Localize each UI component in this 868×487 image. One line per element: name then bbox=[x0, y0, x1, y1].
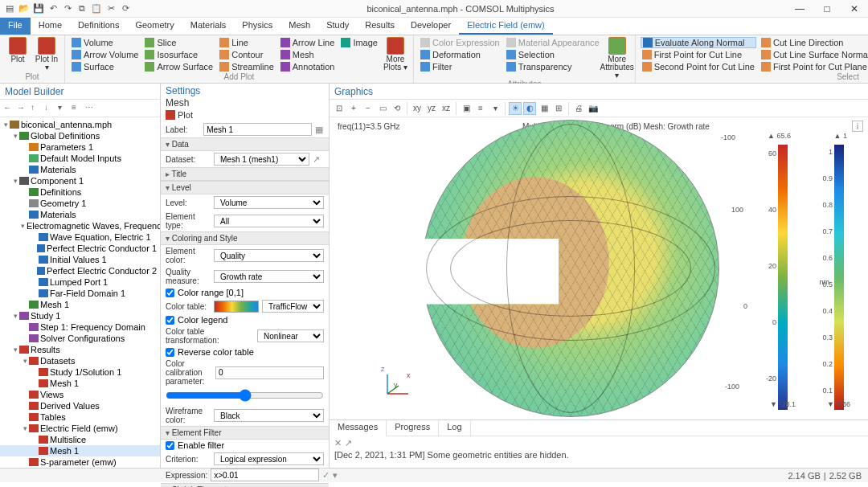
deformation-button[interactable]: Deformation bbox=[419, 49, 502, 60]
wirecolor-select[interactable]: Black bbox=[214, 409, 324, 422]
tree-node[interactable]: Mesh 1 bbox=[0, 445, 160, 456]
yz-view-icon[interactable]: yz bbox=[425, 102, 438, 115]
tab-progress[interactable]: Progress bbox=[387, 420, 439, 436]
enable-filter-checkbox[interactable] bbox=[166, 441, 174, 450]
dataset-goto-icon[interactable]: ↗ bbox=[313, 154, 324, 165]
reverse-ctable-checkbox[interactable] bbox=[166, 348, 174, 357]
tree-node[interactable]: Initial Values 1 bbox=[0, 254, 160, 265]
tree-node[interactable]: Tables bbox=[0, 411, 160, 423]
tree-node[interactable]: Lumped Port 1 bbox=[0, 276, 160, 288]
color-legend-checkbox[interactable] bbox=[166, 316, 174, 325]
rotate-icon[interactable]: ⟲ bbox=[391, 102, 403, 115]
arrow-line-button[interactable]: Arrow Line bbox=[279, 37, 337, 48]
dataset-select[interactable]: Mesh 1 (mesh1) bbox=[214, 153, 309, 166]
label-toggle-icon[interactable]: ▦ bbox=[315, 125, 324, 135]
print-icon[interactable]: 🖨 bbox=[572, 102, 585, 115]
selection-button[interactable]: Selection bbox=[505, 49, 601, 60]
mesh-button[interactable]: Mesh bbox=[279, 49, 337, 60]
evaluate-along-normal-button[interactable]: Evaluate Along Normal bbox=[641, 37, 756, 48]
tab-messages[interactable]: Messages bbox=[330, 420, 387, 436]
arrow-surface-button[interactable]: Arrow Surface bbox=[143, 61, 215, 72]
scene-light-icon[interactable]: ☀ bbox=[509, 102, 522, 115]
tab-mesh[interactable]: Mesh bbox=[280, 18, 318, 35]
qmeasure-select[interactable]: Growth rate bbox=[214, 270, 324, 283]
more-attributes-button[interactable]: More Attributes ▾ bbox=[604, 37, 630, 80]
first-point-cut-plane-normal-button[interactable]: First Point for Cut Plane Normal bbox=[760, 61, 868, 72]
model-tree[interactable]: ▾biconical_antenna.mph▾Global Definition… bbox=[0, 117, 160, 468]
tab-log[interactable]: Log bbox=[439, 420, 470, 436]
tree-node[interactable]: Parameters 1 bbox=[0, 141, 160, 153]
surface-button[interactable]: Surface bbox=[70, 61, 140, 72]
zoom-in-icon[interactable]: + bbox=[347, 102, 360, 115]
qat-file-icon[interactable]: ▤ bbox=[3, 2, 16, 15]
plot-button[interactable]: Plot bbox=[5, 37, 31, 63]
qat-open-icon[interactable]: 📂 bbox=[18, 2, 31, 15]
tree-node[interactable]: ▾Global Definitions bbox=[0, 130, 160, 141]
tree-node[interactable]: Solver Configurations bbox=[0, 333, 160, 344]
msg-goto-icon[interactable]: ↗ bbox=[345, 438, 352, 448]
tab-geometry[interactable]: Geometry bbox=[127, 18, 182, 35]
tree-node[interactable]: Mesh 1 bbox=[0, 378, 160, 389]
tree-node[interactable]: Multislice bbox=[0, 434, 160, 445]
close-button[interactable]: ✕ bbox=[844, 1, 865, 17]
tree-node[interactable]: Wave Equation, Electric 1 bbox=[0, 231, 160, 243]
tab-study[interactable]: Study bbox=[318, 18, 357, 35]
tree-node[interactable]: Views bbox=[0, 389, 160, 400]
qat-refresh-icon[interactable]: ⟳ bbox=[119, 2, 132, 15]
tree-node[interactable]: ▾Results bbox=[0, 344, 160, 355]
section-coloring[interactable]: Coloring and Style bbox=[161, 231, 329, 245]
settings-plot-button[interactable]: Plot bbox=[166, 110, 324, 120]
tab-home[interactable]: Home bbox=[31, 18, 70, 35]
mb-expand-icon[interactable]: ▾ bbox=[58, 103, 69, 114]
zoom-extents-icon[interactable]: ⊡ bbox=[333, 102, 346, 115]
section-level[interactable]: Level bbox=[161, 181, 329, 194]
minimize-button[interactable]: — bbox=[789, 1, 810, 17]
annotation-button[interactable]: Annotation bbox=[279, 61, 337, 72]
second-point-cut-line-button[interactable]: Second Point for Cut Line bbox=[641, 61, 756, 72]
select-list-icon[interactable]: ≡ bbox=[474, 102, 487, 115]
tree-node[interactable]: ▾Component 1 bbox=[0, 175, 160, 186]
tree-node[interactable]: ▾Study 1 bbox=[0, 310, 160, 321]
mb-up-icon[interactable]: ↑ bbox=[31, 103, 42, 114]
tree-node[interactable]: Materials bbox=[0, 164, 160, 175]
plot-in-button[interactable]: Plot In ▾ bbox=[34, 37, 59, 72]
image-button[interactable]: Image bbox=[339, 37, 379, 48]
tab-definitions[interactable]: Definitions bbox=[70, 18, 127, 35]
tree-node[interactable]: Default Model Inputs bbox=[0, 153, 160, 164]
expr-menu-icon[interactable]: ▾ bbox=[333, 470, 338, 481]
wireframe-icon[interactable]: ▦ bbox=[538, 102, 551, 115]
more-plots-button[interactable]: More Plots ▾ bbox=[383, 37, 408, 72]
mb-collapse-icon[interactable]: ≡ bbox=[72, 103, 83, 114]
calib-input[interactable] bbox=[215, 366, 324, 379]
tree-node[interactable]: S-parameter (emw) bbox=[0, 456, 160, 468]
tab-materials[interactable]: Materials bbox=[182, 18, 235, 35]
volume-button[interactable]: Volume bbox=[70, 37, 140, 48]
ctrans-select[interactable]: Nonlinear bbox=[257, 329, 324, 342]
contour-button[interactable]: Contour bbox=[218, 49, 276, 60]
grid-icon[interactable]: ⊞ bbox=[552, 102, 565, 115]
tree-node[interactable]: Step 1: Frequency Domain bbox=[0, 321, 160, 333]
eltype-select[interactable]: All bbox=[214, 215, 324, 227]
mb-more-icon[interactable]: ⋯ bbox=[85, 103, 96, 114]
expression-input[interactable] bbox=[211, 469, 319, 481]
qat-cut-icon[interactable]: ✂ bbox=[104, 2, 117, 15]
arrow-volume-button[interactable]: Arrow Volume bbox=[70, 49, 140, 60]
calib-slider[interactable] bbox=[166, 389, 324, 402]
tab-file[interactable]: File bbox=[0, 18, 31, 35]
qat-paste-icon[interactable]: 📋 bbox=[90, 2, 103, 15]
xz-view-icon[interactable]: xz bbox=[440, 102, 452, 115]
zoom-out-icon[interactable]: − bbox=[362, 102, 375, 115]
tree-node[interactable]: Perfect Electric Conductor 2 bbox=[0, 265, 160, 276]
cut-line-surface-normal-button[interactable]: Cut Line Surface Normal bbox=[760, 49, 868, 60]
ctable-select[interactable]: TrafficFlow bbox=[262, 300, 324, 313]
select-more-icon[interactable]: ▾ bbox=[489, 102, 502, 115]
camera-icon[interactable]: 📷 bbox=[587, 102, 600, 115]
material-appearance-button[interactable]: Material Appearance bbox=[505, 37, 601, 48]
color-range-checkbox[interactable] bbox=[166, 289, 174, 297]
msg-clear-icon[interactable]: ✕ bbox=[334, 438, 342, 448]
tree-node[interactable]: Mesh 1 bbox=[0, 299, 160, 310]
section-filter[interactable]: Element Filter bbox=[161, 426, 329, 440]
mb-nav-fwd-icon[interactable]: → bbox=[17, 103, 28, 114]
tree-node[interactable]: ▾Electric Field (emw) bbox=[0, 423, 160, 434]
zoom-box-icon[interactable]: ▭ bbox=[376, 102, 389, 115]
